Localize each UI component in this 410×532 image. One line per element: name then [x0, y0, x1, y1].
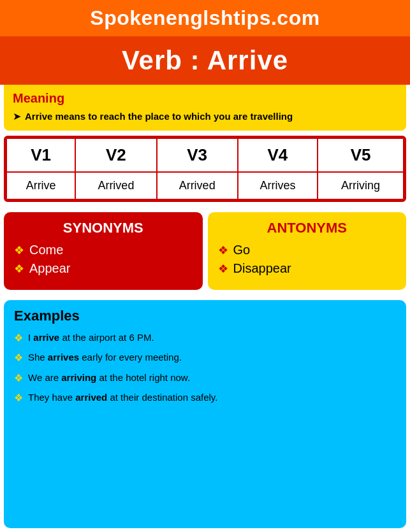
- meaning-arrow-icon: ➤: [13, 110, 21, 122]
- v1-header: V1: [6, 138, 75, 172]
- v3-header: V3: [157, 138, 238, 172]
- example-4-text: They have arrived at their destination s…: [28, 391, 217, 404]
- meaning-section: Meaning ➤ Arrive means to reach the plac…: [4, 85, 406, 131]
- diamond-icon-3: ❖: [218, 243, 228, 257]
- antonym-item-2: ❖ Disappear: [218, 261, 397, 276]
- forms-table: V1 V2 V3 V4 V5 Arrive Arrived Arrived Ar…: [6, 138, 404, 200]
- example-2-text: She arrives early for every meeting.: [28, 350, 182, 364]
- example-diamond-icon-3: ❖: [14, 371, 23, 385]
- syn-ant-row: SYNONYMS ❖ Come ❖ Appear ANTONYMS ❖ Go ❖…: [4, 212, 406, 290]
- v4-value: Arrives: [238, 172, 318, 199]
- example-diamond-icon-4: ❖: [14, 391, 23, 405]
- v3-value: Arrived: [157, 172, 238, 199]
- example-1-text: I arrive at the airport at 6 PM.: [28, 331, 154, 344]
- example-3-text: We are arriving at the hotel right now.: [28, 371, 190, 384]
- v5-value: Arriving: [318, 172, 404, 199]
- example-item-4: ❖ They have arrived at their destination…: [14, 391, 396, 405]
- meaning-content: ➤ Arrive means to reach the place to whi…: [13, 110, 397, 123]
- examples-section: Examples ❖ I arrive at the airport at 6 …: [4, 300, 406, 528]
- main-container: Spokenenglshtips.com Verb : Arrive Meani…: [0, 0, 410, 532]
- example-item-3: ❖ We are arriving at the hotel right now…: [14, 371, 396, 385]
- diamond-icon-1: ❖: [14, 243, 24, 257]
- diamond-icon-2: ❖: [14, 262, 24, 276]
- synonym-1-text: Come: [29, 243, 63, 257]
- example-item-1: ❖ I arrive at the airport at 6 PM.: [14, 331, 396, 345]
- example-item-2: ❖ She arrives early for every meeting.: [14, 350, 396, 365]
- v2-header: V2: [75, 138, 156, 172]
- antonyms-title: ANTONYMS: [218, 220, 397, 236]
- synonym-item-1: ❖ Come: [14, 243, 193, 257]
- examples-title: Examples: [14, 308, 396, 324]
- synonyms-box: SYNONYMS ❖ Come ❖ Appear: [4, 212, 203, 290]
- synonym-item-2: ❖ Appear: [14, 261, 193, 276]
- antonyms-box: ANTONYMS ❖ Go ❖ Disappear: [208, 212, 407, 290]
- synonyms-title: SYNONYMS: [14, 220, 193, 236]
- v2-value: Arrived: [75, 172, 156, 199]
- site-name: Spokenenglshtips.com: [90, 6, 319, 29]
- v1-value: Arrive: [6, 172, 75, 199]
- v4-header: V4: [238, 138, 318, 172]
- antonym-2-text: Disappear: [233, 261, 291, 276]
- antonym-item-1: ❖ Go: [218, 243, 397, 257]
- verb-header: Verb : Arrive: [0, 36, 410, 85]
- verb-title: Verb : Arrive: [122, 45, 288, 75]
- antonym-1-text: Go: [233, 243, 251, 257]
- meaning-title: Meaning: [13, 91, 397, 106]
- verb-forms-table: V1 V2 V3 V4 V5 Arrive Arrived Arrived Ar…: [4, 136, 406, 202]
- example-diamond-icon-2: ❖: [14, 351, 23, 365]
- site-header: Spokenenglshtips.com: [0, 0, 410, 36]
- diamond-icon-4: ❖: [218, 262, 228, 276]
- v5-header: V5: [318, 138, 404, 172]
- meaning-text: Arrive means to reach the place to which…: [25, 110, 293, 123]
- example-diamond-icon-1: ❖: [14, 331, 23, 345]
- synonym-2-text: Appear: [29, 261, 71, 276]
